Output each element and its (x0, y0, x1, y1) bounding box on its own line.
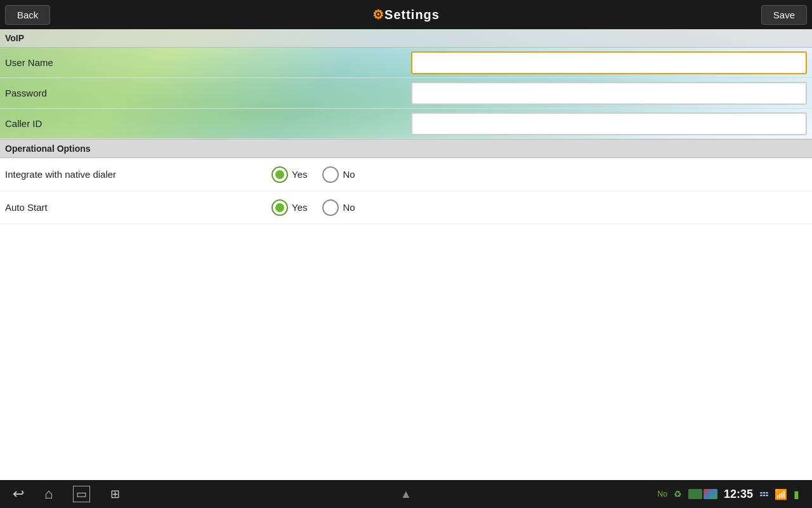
native-dialer-no-radio[interactable] (322, 166, 339, 183)
bottom-nav-right: No ♻ 12:35 𝌅 📶 ▮ (658, 488, 799, 501)
bluetooth-icon: 𝌅 (759, 488, 768, 500)
network-status-icon: No (658, 490, 667, 498)
password-input[interactable] (411, 82, 807, 105)
auto-start-yes-label: Yes (292, 202, 307, 213)
wifi-icon: 📶 (775, 488, 787, 500)
native-dialer-yes-radio[interactable] (272, 166, 288, 183)
username-row: User Name (0, 48, 812, 78)
voip-form: User Name Password Caller ID (0, 48, 812, 139)
auto-start-label: Auto Start (5, 202, 272, 213)
password-label: Password (5, 88, 411, 98)
native-dialer-no-label: No (343, 169, 355, 180)
back-nav-icon[interactable]: ↩ (13, 486, 24, 502)
auto-start-no-label: No (343, 202, 355, 213)
native-dialer-no-option[interactable]: No (322, 166, 355, 183)
callerid-label: Caller ID (5, 118, 411, 129)
native-dialer-yes-label: Yes (292, 169, 307, 180)
bottom-bar: ↩ ⌂ ▭ ⊞ ▲ No ♻ 12:35 𝌅 📶 ▮ (0, 480, 812, 508)
back-button[interactable]: Back (5, 5, 50, 25)
operational-section: Operational Options Integrate with nativ… (0, 139, 812, 224)
up-arrow-icon[interactable]: ▲ (400, 488, 412, 500)
page-title: ⚙Settings (372, 7, 440, 22)
recents-nav-icon[interactable]: ▭ (73, 486, 90, 502)
native-dialer-yes-option[interactable]: Yes (272, 166, 307, 183)
main-content: VoIP User Name Password Caller ID Ope (0, 29, 812, 480)
native-dialer-radio-group: Yes No (272, 166, 365, 183)
callerid-input[interactable] (411, 112, 807, 135)
callerid-row: Caller ID (0, 109, 812, 139)
recycle-icon: ♻ (674, 489, 682, 499)
grid-nav-icon[interactable]: ⊞ (110, 487, 120, 501)
username-input[interactable] (411, 51, 807, 74)
time-display: 12:35 (724, 488, 753, 501)
thumb1 (688, 489, 702, 499)
auto-start-row: Auto Start Yes No (0, 191, 812, 224)
thumb2 (704, 489, 717, 499)
bottom-nav-center: ▲ (400, 488, 412, 501)
voip-section-header: VoIP (0, 29, 812, 48)
native-dialer-row: Integrate with native dialer Yes No (0, 158, 812, 191)
auto-start-no-radio[interactable] (322, 199, 339, 216)
settings-icon: ⚙ (372, 8, 384, 22)
auto-start-no-option[interactable]: No (322, 199, 355, 216)
username-label: User Name (5, 57, 411, 68)
auto-start-yes-radio[interactable] (272, 199, 288, 216)
operational-section-header: Operational Options (0, 139, 812, 158)
auto-start-radio-group: Yes No (272, 199, 365, 216)
thumbnail-group (688, 489, 717, 499)
battery-icon: ▮ (794, 488, 799, 500)
home-nav-icon[interactable]: ⌂ (44, 486, 53, 502)
password-row: Password (0, 78, 812, 109)
auto-start-yes-option[interactable]: Yes (272, 199, 307, 216)
save-button[interactable]: Save (761, 5, 807, 25)
bottom-nav-left: ↩ ⌂ ▭ ⊞ (13, 486, 120, 502)
top-bar: Back ⚙Settings Save (0, 0, 812, 29)
native-dialer-label: Integrate with native dialer (5, 169, 272, 180)
